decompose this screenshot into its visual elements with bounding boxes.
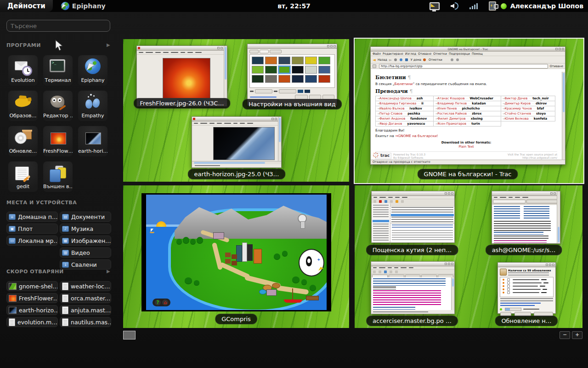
recent-orca[interactable]: orca.master.… bbox=[60, 293, 111, 303]
bulletins-link[interactable]: Бюлетини bbox=[395, 82, 413, 86]
app-tile-epiphany[interactable]: Epiphany bbox=[78, 55, 107, 86]
programs-expand-icon[interactable]: ▶ bbox=[107, 42, 110, 47]
translator-link[interactable]: Красимир Чонов bbox=[505, 107, 532, 110]
app-tile-gcompris[interactable]: Образов… bbox=[8, 91, 38, 121]
window-appearance[interactable] bbox=[247, 44, 337, 106]
terminal-tab[interactable] bbox=[526, 200, 559, 203]
workspace-4[interactable]: Пощенска кутия (2 неп… ash@GNOME:/usr/s… bbox=[355, 185, 582, 328]
minimize-button[interactable] bbox=[555, 48, 558, 50]
app-menu[interactable]: Epiphany bbox=[61, 2, 106, 10]
bookmark-icon[interactable] bbox=[423, 58, 426, 61]
recent-freshflower[interactable]: FreshFlower… bbox=[6, 293, 58, 303]
place-pictures[interactable]: ▦Изображен… bbox=[60, 236, 111, 246]
search-input[interactable] bbox=[6, 20, 110, 32]
terminal-tab-active[interactable] bbox=[493, 200, 526, 203]
translator-link[interactable]: Ивайло Вълков bbox=[379, 107, 404, 110]
app-tile-updates[interactable]: Обновле… bbox=[8, 126, 38, 156]
translator-link[interactable]: Филип Андонов bbox=[379, 117, 405, 121]
translator-link[interactable]: Атанас Кошаров bbox=[437, 97, 464, 100]
app-tile-evolution[interactable]: Evolution bbox=[8, 55, 38, 86]
tab[interactable] bbox=[249, 50, 259, 53]
menu-bar[interactable]: ФайлРедактиранеИзгледОтиванеОтметкиПодпр… bbox=[371, 52, 565, 56]
network-signal-icon[interactable] bbox=[469, 3, 478, 9]
remove-workspace-button[interactable]: − bbox=[560, 331, 570, 339]
translator-link[interactable]: Явор Доганов bbox=[379, 122, 402, 126]
recent-expand-icon[interactable]: ▶ bbox=[107, 269, 110, 274]
close-button[interactable] bbox=[562, 48, 564, 50]
add-workspace-button[interactable]: + bbox=[572, 331, 582, 339]
translator-link[interactable]: Илия Пенев bbox=[437, 107, 457, 110]
translator-link[interactable]: Димитър Киров bbox=[505, 102, 531, 105]
reload-icon[interactable] bbox=[400, 58, 402, 61]
url-field[interactable]: http://fsa-bg.org/project/gtp bbox=[379, 64, 548, 69]
team-link[interactable]: →GNOME на български! bbox=[395, 134, 438, 138]
updates-list[interactable] bbox=[500, 277, 554, 297]
color-swatch[interactable] bbox=[305, 90, 310, 93]
translator-link[interactable]: Владимир Петков bbox=[437, 102, 467, 105]
translator-link[interactable]: Ростислав Райков bbox=[437, 112, 467, 115]
translator-link[interactable]: Стойчо Станчев bbox=[505, 112, 531, 115]
app-tile-appearance[interactable]: Външен в… bbox=[43, 161, 73, 192]
app-tile-earthhorizon[interactable]: earth-hori… bbox=[78, 126, 107, 156]
recent-gnome-shell[interactable]: gnome-shel… bbox=[6, 281, 58, 291]
translator-link[interactable]: Владимира Гиргинова bbox=[379, 102, 416, 105]
forward-icon[interactable]: ► bbox=[389, 58, 392, 62]
colors-dropdown[interactable] bbox=[279, 89, 296, 93]
activities-button[interactable]: Дейности bbox=[0, 0, 53, 12]
wallpaper-grid[interactable] bbox=[249, 54, 335, 88]
folder-tree[interactable] bbox=[372, 203, 390, 242]
link-line[interactable] bbox=[500, 303, 541, 305]
go-button[interactable]: Отиване bbox=[550, 64, 563, 68]
vertical-scrollbar[interactable] bbox=[451, 277, 454, 310]
vertical-scrollbar[interactable] bbox=[557, 191, 560, 243]
recent-weather-loc[interactable]: weather-loc… bbox=[60, 281, 111, 291]
maximize-button[interactable] bbox=[559, 48, 561, 50]
workspace-indicator[interactable] bbox=[123, 331, 136, 339]
workspace-1[interactable]: FreshFlower.jpg-26.0 (ЧЗС… bbox=[123, 39, 349, 182]
home-icon[interactable] bbox=[405, 58, 408, 61]
clock[interactable]: вт, 22:57 bbox=[277, 2, 311, 10]
translator-link[interactable]: Александър Шопов bbox=[379, 97, 412, 100]
place-home[interactable]: ⌂Домашна п… bbox=[6, 212, 58, 222]
stop-icon[interactable] bbox=[394, 58, 397, 61]
place-videos[interactable]: ▥Видео bbox=[60, 247, 111, 258]
activity-bubble[interactable]: ✦ bbox=[299, 249, 324, 276]
style-dropdown[interactable] bbox=[255, 89, 272, 93]
translator-link[interactable]: Ясен Праматаров bbox=[437, 122, 466, 126]
vertical-scrollbar[interactable] bbox=[562, 72, 565, 160]
window-gimp-earth[interactable] bbox=[192, 116, 282, 168]
window-gedit[interactable] bbox=[371, 261, 455, 314]
battery-icon[interactable] bbox=[489, 1, 496, 11]
editor-content[interactable] bbox=[372, 277, 452, 310]
vertical-scrollbar[interactable] bbox=[278, 117, 281, 161]
get-more-link[interactable] bbox=[250, 97, 277, 98]
user-menu[interactable]: Александър Шопов bbox=[501, 0, 583, 12]
horizontal-scrollbar[interactable] bbox=[192, 161, 281, 164]
app-tile-freshflower[interactable]: FreshFlow… bbox=[43, 126, 73, 156]
plain-text-link[interactable]: Plain Text bbox=[375, 145, 557, 149]
workspace-2[interactable]: GNOME на български! - Trac ФайлРедактира… bbox=[354, 38, 584, 184]
window-update-manager[interactable]: Налични са 99 обновления bbox=[498, 262, 556, 314]
back-icon[interactable]: ◄ bbox=[373, 58, 376, 62]
color-swatch[interactable] bbox=[298, 90, 303, 93]
zoom-out-icon[interactable] bbox=[456, 58, 459, 61]
place-desktop[interactable]: ▣Плот bbox=[6, 224, 58, 234]
translator-link[interactable]: Петър Славов bbox=[379, 112, 402, 115]
link-line[interactable] bbox=[500, 305, 535, 307]
recent-nautilus[interactable]: nautilus.mas… bbox=[60, 317, 111, 327]
window-terminal[interactable] bbox=[492, 191, 560, 244]
volume-icon[interactable] bbox=[451, 2, 458, 10]
translator-link[interactable]: Филип Димитров bbox=[437, 117, 465, 121]
window-epiphany-trac[interactable]: GNOME на български! - Trac ФайлРедактира… bbox=[370, 46, 565, 165]
app-tile-terminal[interactable]: >_ Терминал bbox=[43, 55, 73, 86]
translator-link[interactable]: Юлия Велкова bbox=[505, 117, 529, 121]
tab-active[interactable] bbox=[260, 50, 269, 53]
zoom-in-icon[interactable] bbox=[451, 58, 453, 61]
recent-earth-horizon[interactable]: earth-horizo… bbox=[6, 305, 58, 315]
app-tile-gimp[interactable]: Редактор … bbox=[43, 91, 73, 121]
recent-anjuta[interactable]: anjuta.mast… bbox=[60, 305, 111, 315]
app-tile-empathy[interactable]: Empathy bbox=[78, 91, 107, 121]
recent-evolution-po[interactable]: evolution.m… bbox=[6, 317, 58, 327]
display-icon[interactable] bbox=[430, 2, 440, 10]
place-network[interactable]: ▭Локална мр… bbox=[6, 236, 58, 246]
